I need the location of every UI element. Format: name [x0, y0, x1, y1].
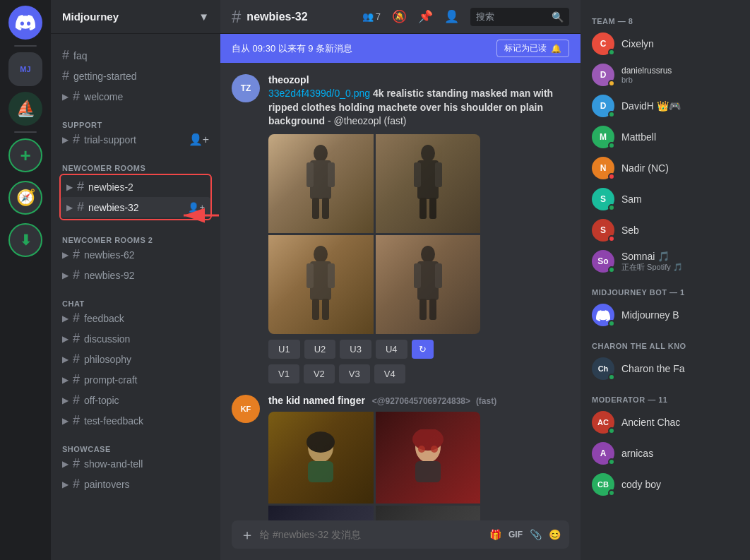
- nav-server-boat[interactable]: ⛵: [8, 92, 42, 126]
- refresh-button[interactable]: ↻: [412, 340, 434, 359]
- member-danielrussrus[interactable]: D danielrussrus brb: [586, 59, 744, 90]
- channel-trial-support[interactable]: ▶ # trial-support 👤+: [56, 129, 215, 150]
- nav-add-server[interactable]: +: [8, 138, 42, 172]
- nav-download[interactable]: ⬇: [8, 223, 42, 257]
- channel-off-topic[interactable]: ▶ # off-topic: [56, 390, 215, 410]
- variation-v2-button[interactable]: V2: [304, 364, 335, 383]
- upscale-u1-button[interactable]: U1: [268, 340, 300, 359]
- member-cixelyn[interactable]: C Cixelyn: [586, 28, 744, 59]
- member-avatar: Ch: [592, 357, 614, 380]
- member-name: Somnai 🎵: [621, 251, 683, 262]
- member-davidh[interactable]: D DavidH 👑🎮: [586, 90, 744, 121]
- channel-newbies-2[interactable]: ▶ # newbies-2: [61, 177, 210, 197]
- member-name: arnicas: [621, 448, 653, 459]
- emoji-icon[interactable]: 😊: [549, 529, 561, 540]
- variation-v4-button[interactable]: V4: [374, 364, 405, 383]
- bell-off-icon[interactable]: 🔕: [392, 9, 407, 24]
- channel-test-feedback[interactable]: ▶ # test-feedback: [56, 410, 215, 431]
- members-count-icon[interactable]: 👥 7: [362, 11, 381, 22]
- channel-label: test-feedback: [84, 415, 143, 427]
- channel-paintovers[interactable]: ▶ # paintovers: [56, 474, 215, 494]
- channel-sidebar: Midjourney ▼ # faq # getting-started ▶ #…: [51, 0, 220, 560]
- search-icon: 🔍: [552, 11, 564, 23]
- member-name: Cixelyn: [621, 38, 654, 49]
- action-buttons: U1 U2 U3 U4 ↻: [268, 340, 569, 359]
- channel-discussion[interactable]: ▶ # discussion: [56, 328, 215, 349]
- member-nadir[interactable]: N Nadir (NC): [586, 153, 744, 184]
- add-member-icon[interactable]: 👤+: [188, 202, 205, 213]
- channel-faq[interactable]: # faq: [56, 45, 215, 66]
- channel-hash-icon: #: [232, 7, 241, 27]
- gift-icon[interactable]: 🎁: [489, 529, 501, 540]
- member-seb[interactable]: S Seb: [586, 215, 744, 246]
- message-item: TZ theozopl 33e2d4f4399d/0_0.png 4k real…: [232, 74, 569, 383]
- image-link[interactable]: 33e2d4f4399d/0_0.png: [268, 88, 370, 99]
- moderator-section-label: MODERATOR — 11: [586, 390, 744, 407]
- upscale-u3-button[interactable]: U3: [340, 340, 371, 359]
- search-bar[interactable]: 搜索 🔍: [470, 8, 569, 26]
- attachment-icon[interactable]: 📎: [530, 529, 542, 540]
- nav-divider-2: [14, 131, 37, 133]
- svg-point-25: [306, 431, 335, 453]
- attach-icon[interactable]: ＋: [240, 525, 254, 544]
- member-avatar: [592, 304, 614, 326]
- member-name: Ancient Chac: [621, 417, 680, 428]
- channel-newbies-62[interactable]: ▶ # newbies-62: [56, 244, 215, 265]
- channel-newbies-92[interactable]: ▶ # newbies-92: [56, 265, 215, 285]
- status-idle-dot: [608, 80, 615, 87]
- channel-welcome[interactable]: ▶ # welcome: [56, 86, 215, 107]
- svg-rect-4: [312, 198, 319, 219]
- gif-icon[interactable]: GIF: [508, 530, 523, 540]
- mark-read-button[interactable]: 标记为已读 🔔: [496, 40, 569, 57]
- server-header[interactable]: Midjourney ▼: [51, 0, 220, 34]
- member-sam[interactable]: S Sam: [586, 184, 744, 215]
- member-name: danielrussrus: [621, 66, 672, 76]
- member-avatar: S: [592, 188, 614, 210]
- nav-server-midjourney[interactable]: MJ: [8, 52, 42, 86]
- variation-v3-button[interactable]: V3: [339, 364, 370, 383]
- newcomer2-section: NEWCOMER ROOMS 2 ▶ # newbies-62 ▶ # newb…: [51, 225, 220, 288]
- channel-show-and-tell[interactable]: ▶ # show-and-tell: [56, 453, 215, 474]
- add-member-icon[interactable]: 👤+: [189, 133, 209, 146]
- member-name: Charon the Fa: [621, 363, 685, 374]
- channel-label: newbies-92: [84, 270, 135, 281]
- notification-text: 自从 09:30 以来有 9 条新消息: [232, 42, 352, 55]
- discord-home-icon[interactable]: [8, 6, 42, 40]
- charon-section-label: CHARON THE ALL KNO: [586, 336, 744, 353]
- channel-feedback[interactable]: ▶ # feedback: [56, 308, 215, 328]
- channel-prompt-craft[interactable]: ▶ # prompt-craft: [56, 369, 215, 390]
- pin-icon[interactable]: 📌: [418, 9, 433, 24]
- member-mattbell[interactable]: M Mattbell: [586, 121, 744, 153]
- svg-rect-10: [419, 198, 427, 219]
- member-charon[interactable]: Ch Charon the Fa: [586, 353, 744, 384]
- variation-v1-button[interactable]: V1: [268, 364, 299, 383]
- channel-label: newbies-62: [84, 249, 135, 261]
- member-cody-boy[interactable]: CB cody boy: [586, 469, 744, 500]
- member-avatar: So: [592, 250, 614, 273]
- member-ancient-chac[interactable]: AC Ancient Chac: [586, 407, 744, 438]
- member-arnicas[interactable]: A arnicas: [586, 438, 744, 469]
- channel-philosophy[interactable]: ▶ # philosophy: [56, 349, 215, 369]
- svg-point-12: [314, 246, 328, 263]
- channel-getting-started[interactable]: # getting-started: [56, 66, 215, 86]
- add-member-icon[interactable]: 👤: [444, 9, 459, 24]
- kid-image-1: [268, 412, 374, 504]
- message-author: theozopl: [268, 74, 569, 85]
- member-somnai[interactable]: So Somnai 🎵 正在听 Spotify 🎵: [586, 246, 744, 277]
- upscale-u2-button[interactable]: U2: [304, 340, 336, 359]
- bell-icon: 🔔: [551, 44, 561, 54]
- image-2: [376, 134, 481, 233]
- status-online-dot: [608, 374, 615, 381]
- newcomer2-section-label: NEWCOMER ROOMS 2: [56, 236, 215, 244]
- member-midjourney-bot[interactable]: Midjourney B: [586, 299, 744, 330]
- channel-newbies-32[interactable]: ▶ # newbies-32 👤+: [61, 197, 210, 218]
- collapse-icon: ▶: [62, 314, 69, 323]
- nav-explore[interactable]: 🧭: [8, 181, 42, 215]
- chat-input-field[interactable]: [260, 520, 484, 549]
- member-info: Cixelyn: [621, 38, 654, 49]
- upscale-u4-button[interactable]: U4: [376, 340, 407, 359]
- chevron-down-icon: ▼: [198, 11, 209, 23]
- member-avatar: S: [592, 219, 614, 242]
- kid-image-3: [268, 506, 374, 520]
- member-avatar: D: [592, 95, 614, 117]
